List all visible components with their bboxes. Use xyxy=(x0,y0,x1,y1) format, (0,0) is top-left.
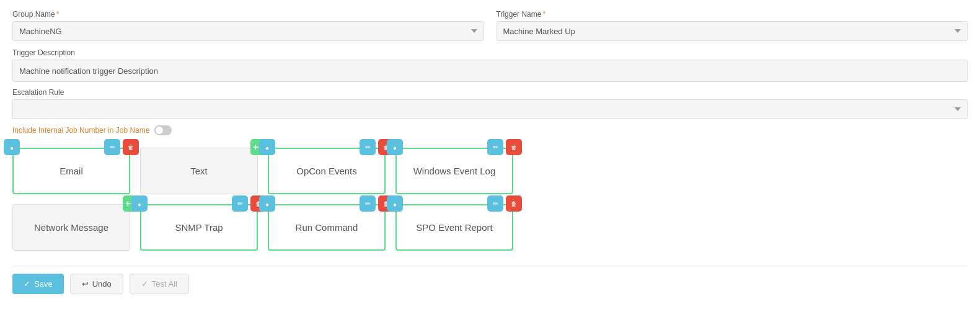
spo-toggle-button[interactable] xyxy=(387,195,403,212)
checkbox-label: Include Internal Job Number in Job Name xyxy=(12,126,149,135)
text-card-wrapper: Text + xyxy=(140,148,258,194)
pencil-icon xyxy=(365,199,371,208)
undo-icon xyxy=(82,279,89,289)
pencil-icon xyxy=(110,143,115,151)
notification-row-1: Email Text + OpCon Events Windows Event … xyxy=(12,148,968,194)
undo-button[interactable]: Undo xyxy=(70,274,123,294)
email-card-wrapper: Email xyxy=(12,148,130,194)
trigger-description-label: Trigger Description xyxy=(12,48,968,57)
run-command-edit-button[interactable] xyxy=(360,195,376,212)
page-container: Group Name* MachineNG Trigger Name* Mach… xyxy=(0,0,980,312)
test-all-button[interactable]: Test All xyxy=(130,274,189,294)
trash-icon xyxy=(128,143,134,151)
trash-icon xyxy=(511,199,517,208)
save-button[interactable]: Save xyxy=(12,274,64,294)
email-delete-button[interactable] xyxy=(123,139,139,155)
spo-edit-button[interactable] xyxy=(487,195,503,212)
trigger-name-group: Trigger Name* Machine Marked Up xyxy=(497,10,968,41)
windows-event-log-card-wrapper: Windows Event Log xyxy=(395,148,513,194)
pencil-icon xyxy=(493,199,498,208)
eye-icon xyxy=(10,143,14,152)
trash-icon xyxy=(511,143,517,151)
action-bar: Save Undo Test All xyxy=(12,266,968,302)
notification-grid: Email Text + OpCon Events Windows Event … xyxy=(12,148,968,251)
snmp-trap-card-wrapper: SNMP Trap xyxy=(140,204,258,251)
eye-icon xyxy=(265,143,269,152)
checkbox-row: Include Internal Job Number in Job Name xyxy=(12,125,968,135)
text-card: Text xyxy=(140,148,258,194)
network-message-card: Network Message xyxy=(12,204,130,251)
run-command-card-wrapper: Run Command xyxy=(268,204,386,251)
windows-delete-button[interactable] xyxy=(506,139,522,155)
form-row-names: Group Name* MachineNG Trigger Name* Mach… xyxy=(12,10,968,41)
trigger-name-select[interactable]: Machine Marked Up xyxy=(497,21,968,41)
snmp-toggle-button[interactable] xyxy=(131,195,148,212)
spo-event-report-card-wrapper: SPO Event Report xyxy=(395,204,513,251)
email-toggle-button[interactable] xyxy=(4,139,20,155)
pencil-icon xyxy=(493,143,498,151)
spo-delete-button[interactable] xyxy=(506,195,522,212)
eye-icon xyxy=(138,199,141,209)
windows-edit-button[interactable] xyxy=(487,139,503,155)
opcon-edit-button[interactable] xyxy=(360,139,376,155)
escalation-rule-label: Escalation Rule xyxy=(12,88,968,97)
snmp-edit-button[interactable] xyxy=(232,195,248,212)
escalation-rule-select[interactable] xyxy=(12,99,968,119)
group-name-label: Group Name* xyxy=(12,10,484,19)
trigger-description-group: Trigger Description xyxy=(12,48,968,82)
escalation-rule-group: Escalation Rule xyxy=(12,88,968,119)
network-message-card-wrapper: Network Message + xyxy=(12,204,130,251)
group-name-group: Group Name* MachineNG xyxy=(12,10,484,41)
run-command-toggle-button[interactable] xyxy=(259,195,275,212)
group-name-select[interactable]: MachineNG xyxy=(12,21,484,41)
trigger-description-input[interactable] xyxy=(12,60,968,82)
job-number-toggle[interactable] xyxy=(154,125,172,135)
check-icon xyxy=(141,279,148,289)
eye-icon xyxy=(393,199,397,209)
check-icon xyxy=(24,279,30,289)
pencil-icon xyxy=(237,199,243,208)
eye-icon xyxy=(393,143,397,152)
notification-row-2: Network Message + SNMP Trap Run Command … xyxy=(12,204,968,251)
opcon-toggle-button[interactable] xyxy=(259,139,275,155)
eye-icon xyxy=(265,199,269,209)
trigger-name-label: Trigger Name* xyxy=(497,10,968,19)
windows-toggle-button[interactable] xyxy=(387,139,403,155)
opcon-events-card-wrapper: OpCon Events xyxy=(268,148,386,194)
pencil-icon xyxy=(365,143,371,151)
email-edit-button[interactable] xyxy=(104,139,120,155)
